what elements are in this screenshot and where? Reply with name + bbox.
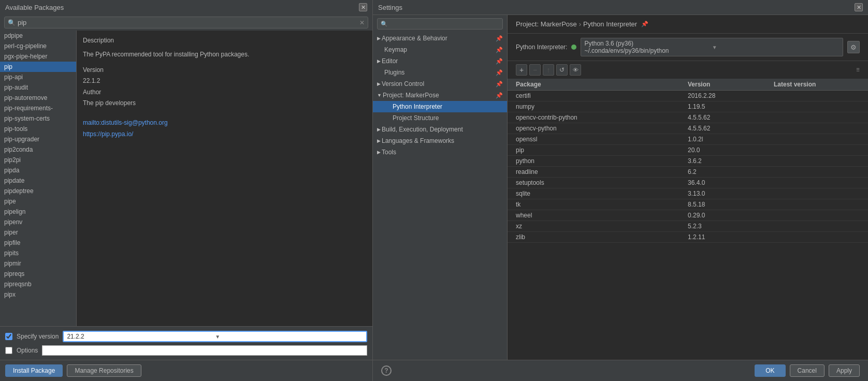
list-item[interactable]: pip-api: [0, 72, 76, 82]
list-item[interactable]: pip-autoremove: [0, 93, 76, 103]
cell-latest: [774, 201, 860, 208]
sidebar-item-appearance-behavior[interactable]: ▶Appearance & Behavior📌: [373, 33, 507, 44]
table-row[interactable]: xz 5.2.3: [508, 221, 868, 232]
cell-package: xz: [516, 223, 688, 230]
version-dropdown[interactable]: 21.2.2 ▼: [63, 331, 367, 342]
sidebar-item-label: Project Structure: [393, 114, 439, 122]
table-row[interactable]: readline 6.2: [508, 167, 868, 178]
list-item[interactable]: pipmir: [0, 258, 76, 269]
table-header: Package Version Latest version: [508, 79, 868, 91]
list-item[interactable]: pip: [0, 62, 76, 72]
package-list: pdpipeperl-cg-pipelinepgx-pipe-helperpip…: [0, 31, 77, 326]
clear-search-icon[interactable]: ✕: [359, 19, 365, 26]
cell-latest: [774, 125, 860, 132]
version-dropdown-value: 21.2.2: [67, 333, 215, 340]
interpreter-dropdown[interactable]: Python 3.6 (py36) ~/.conda/envs/py36/bin…: [581, 38, 843, 56]
list-item[interactable]: pipreqsnb: [0, 279, 76, 289]
list-item[interactable]: pipx: [0, 289, 76, 300]
sidebar-item-version-control[interactable]: ▶Version Control📌: [373, 78, 507, 90]
sidebar-item-label: Editor: [382, 57, 398, 65]
apply-button[interactable]: Apply: [829, 364, 860, 377]
list-item[interactable]: pip-requirements-: [0, 103, 76, 113]
sidebar-item-languages-frameworks[interactable]: ▶Languages & Frameworks: [373, 135, 507, 146]
col-latest-header: Latest version: [774, 81, 860, 88]
cell-package: readline: [516, 168, 688, 175]
table-row[interactable]: wheel 0.29.0: [508, 210, 868, 221]
list-item[interactable]: pdpipe: [0, 31, 76, 41]
list-item[interactable]: pipfile: [0, 238, 76, 248]
table-row[interactable]: opencv-contrib-python 4.5.5.62: [508, 112, 868, 123]
interpreter-value: Python 3.6 (py36) ~/.conda/envs/py36/bin…: [584, 40, 712, 54]
settings-search-icon: 🔍: [381, 21, 388, 27]
settings-search-input[interactable]: [390, 20, 499, 27]
sidebar-item-keymap[interactable]: Keymap📌: [373, 44, 507, 55]
list-item[interactable]: pipe: [0, 196, 76, 207]
expand-icon: ▶: [377, 36, 381, 41]
table-row[interactable]: opencv-python 4.5.5.62: [508, 123, 868, 134]
sidebar-item-project-structure[interactable]: Project Structure: [373, 112, 507, 124]
settings-titlebar: Settings ✕: [373, 0, 868, 15]
list-item[interactable]: pipdeptree: [0, 186, 76, 196]
sidebar-item-build-execution-deployment[interactable]: ▶Build, Execution, Deployment: [373, 124, 507, 135]
table-row[interactable]: setuptools 36.4.0: [508, 178, 868, 188]
list-item[interactable]: pipdate: [0, 175, 76, 186]
table-row[interactable]: certifi 2016.2.28: [508, 91, 868, 101]
list-item[interactable]: pip-system-certs: [0, 113, 76, 124]
sidebar-item-tools[interactable]: ▶Tools: [373, 146, 507, 158]
settings-close-button[interactable]: ✕: [855, 3, 863, 11]
sidebar-item-plugins[interactable]: Plugins📌: [373, 67, 507, 78]
list-item[interactable]: pipits: [0, 248, 76, 258]
list-item[interactable]: pip-audit: [0, 82, 76, 93]
list-item[interactable]: pip2conda: [0, 144, 76, 155]
pin-icon: 📌: [496, 47, 503, 53]
list-item[interactable]: perl-cg-pipeline: [0, 41, 76, 51]
show-details-button[interactable]: 👁: [570, 64, 581, 76]
sidebar-item-label: Appearance & Behavior: [382, 35, 447, 42]
version-value: 22.1.2: [83, 77, 100, 84]
table-row[interactable]: tk 8.5.18: [508, 199, 868, 210]
ok-button[interactable]: OK: [755, 364, 785, 377]
options-label: Options: [17, 347, 38, 354]
cell-latest: [774, 92, 860, 99]
manage-repositories-button[interactable]: Manage Repositories: [67, 364, 141, 377]
list-item[interactable]: pipelign: [0, 207, 76, 217]
cell-package: numpy: [516, 103, 688, 110]
list-item[interactable]: pip-tools: [0, 124, 76, 134]
add-package-button[interactable]: +: [516, 64, 527, 76]
options-input[interactable]: [42, 345, 367, 356]
interpreter-gear-button[interactable]: ⚙: [847, 41, 860, 53]
table-row[interactable]: zlib 1.2.11: [508, 232, 868, 243]
table-row[interactable]: pip 20.0: [508, 145, 868, 156]
specify-version-checkbox[interactable]: [5, 333, 12, 340]
list-item[interactable]: pipreqs: [0, 269, 76, 279]
cell-version: 0.29.0: [688, 212, 774, 219]
help-button[interactable]: ?: [381, 365, 392, 376]
sidebar-item-python-interpreter[interactable]: Python Interpreter: [373, 101, 507, 112]
email-link[interactable]: mailto:distutils-sig@python.org: [83, 119, 168, 126]
remove-package-button[interactable]: −: [529, 64, 541, 76]
table-row[interactable]: openssl 1.0.2l: [508, 134, 868, 145]
upgrade-package-button[interactable]: ↑: [543, 64, 554, 76]
list-item[interactable]: piper: [0, 227, 76, 238]
options-checkbox[interactable]: [5, 347, 12, 354]
cell-version: 4.5.5.62: [688, 114, 774, 121]
url-link[interactable]: https://pip.pypa.io/: [83, 130, 133, 138]
table-row[interactable]: sqlite 3.13.0: [508, 188, 868, 199]
refresh-packages-button[interactable]: ↺: [556, 64, 568, 76]
packages-rows: certifi 2016.2.28 numpy 1.19.5 opencv-co…: [508, 91, 868, 243]
list-item[interactable]: pip-upgrader: [0, 134, 76, 144]
sidebar-item-project-markerpose[interactable]: ▼Project: MarkerPose📌: [373, 90, 507, 101]
list-item[interactable]: pgx-pipe-helper: [0, 51, 76, 62]
package-search-input[interactable]: [18, 19, 359, 26]
left-close-button[interactable]: ✕: [359, 3, 367, 11]
list-item[interactable]: pipenv: [0, 217, 76, 227]
cell-latest: [774, 157, 860, 165]
cell-latest: [774, 103, 860, 110]
cancel-button[interactable]: Cancel: [790, 364, 824, 377]
table-row[interactable]: python 3.6.2: [508, 156, 868, 167]
sidebar-item-editor[interactable]: ▶Editor📌: [373, 55, 507, 67]
list-item[interactable]: pipda: [0, 165, 76, 175]
table-row[interactable]: numpy 1.19.5: [508, 101, 868, 112]
install-package-button[interactable]: Install Package: [5, 364, 63, 377]
list-item[interactable]: pip2pi: [0, 155, 76, 165]
